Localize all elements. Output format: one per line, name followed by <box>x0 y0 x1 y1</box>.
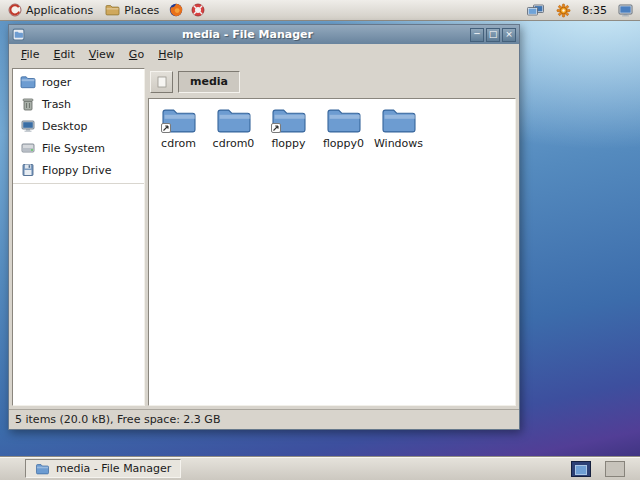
places-menu-label: Places <box>124 4 159 17</box>
file-item-floppy[interactable]: floppy <box>262 106 315 150</box>
file-label: floppy0 <box>323 137 364 150</box>
menu-view[interactable]: View <box>82 46 122 63</box>
display-icon <box>618 4 633 17</box>
applications-menu[interactable]: Applications <box>3 2 98 18</box>
statusbar: 5 items (20.0 kB), Free space: 2.3 GB <box>9 409 519 429</box>
pathbar-left-button[interactable] <box>150 71 173 93</box>
right-pane: media cdrom cdrom0 floppy <box>148 68 516 406</box>
sidebar-item-label: Trash <box>42 98 71 111</box>
taskbar-task-button[interactable]: media - File Manager <box>25 459 181 478</box>
file-label: Windows <box>374 137 423 150</box>
folder-icon <box>326 106 362 134</box>
panel-clock[interactable]: 8:35 <box>580 4 609 17</box>
file-label: floppy <box>271 137 305 150</box>
sidebar-separator <box>13 183 144 184</box>
blank-page-icon <box>157 76 167 88</box>
places-menu[interactable]: Places <box>100 3 164 18</box>
sidebar-item-home[interactable]: roger <box>13 71 144 93</box>
file-manager-window: media - File Manager ─ □ × File Edit Vie… <box>8 24 520 430</box>
sidebar-item-filesystem[interactable]: File System <box>13 137 144 159</box>
file-label: cdrom <box>161 137 196 150</box>
pathbar: media <box>148 68 516 95</box>
file-item-cdrom0[interactable]: cdrom0 <box>207 106 260 150</box>
menu-edit[interactable]: Edit <box>46 46 81 63</box>
folder-icon <box>381 106 417 134</box>
file-label: cdrom0 <box>213 137 255 150</box>
sidebar-item-trash[interactable]: Trash <box>13 93 144 115</box>
menubar: File Edit View Go Help <box>9 44 519 65</box>
folder-icon <box>216 106 252 134</box>
menu-go[interactable]: Go <box>122 46 151 63</box>
help-launcher[interactable] <box>188 2 208 18</box>
symlink-emblem-icon <box>161 123 171 133</box>
sidebar-item-label: Desktop <box>42 120 87 133</box>
updates-tray[interactable] <box>553 2 574 19</box>
applications-menu-label: Applications <box>26 4 93 17</box>
display-settings-tray[interactable] <box>615 3 636 18</box>
symlink-emblem-icon <box>271 123 281 133</box>
menu-help[interactable]: Help <box>151 46 190 63</box>
sidebar-item-desktop[interactable]: Desktop <box>13 115 144 137</box>
gear-icon <box>556 3 571 18</box>
minimize-button[interactable]: ─ <box>470 28 484 42</box>
trash-icon <box>20 96 36 112</box>
workspace-2[interactable] <box>605 461 625 477</box>
taskbar: media - File Manager <box>0 456 640 480</box>
window-menu-icon[interactable] <box>12 28 25 41</box>
file-item-floppy0[interactable]: floppy0 <box>317 106 370 150</box>
pathbar-current-folder-button[interactable]: media <box>178 71 240 93</box>
panel-right-group: 8:35 <box>524 2 640 19</box>
places-folder-icon <box>105 4 120 16</box>
task-folder-icon <box>35 463 50 475</box>
maximize-button[interactable]: □ <box>486 28 500 42</box>
help-icon <box>191 3 205 17</box>
close-button[interactable]: × <box>502 28 516 42</box>
network-monitor-tray[interactable] <box>524 3 547 18</box>
window-content: roger Trash Desktop File System Floppy D… <box>9 65 519 409</box>
task-button-label: media - File Manager <box>56 462 171 475</box>
sidebar-item-floppy-drive[interactable]: Floppy Drive <box>13 159 144 181</box>
floppy-drive-icon <box>20 162 36 178</box>
titlebar[interactable]: media - File Manager ─ □ × <box>9 25 519 44</box>
firefox-icon <box>169 3 183 17</box>
window-title: media - File Manager <box>27 28 468 41</box>
file-item-cdrom[interactable]: cdrom <box>152 106 205 150</box>
menu-file[interactable]: File <box>14 46 46 63</box>
panel-left-group: Applications Places <box>0 2 208 18</box>
sidebar-item-label: Floppy Drive <box>42 164 111 177</box>
sidebar-item-label: roger <box>42 76 71 89</box>
file-view[interactable]: cdrom cdrom0 floppy floppy0 Windo <box>148 98 516 406</box>
shortcuts-sidebar: roger Trash Desktop File System Floppy D… <box>12 68 145 406</box>
browser-launcher[interactable] <box>166 2 186 18</box>
applications-menu-icon <box>8 3 22 17</box>
workspace-1[interactable] <box>571 461 591 477</box>
status-text: 5 items (20.0 kB), Free space: 2.3 GB <box>15 413 220 426</box>
top-panel: Applications Places 8:35 <box>0 0 640 21</box>
workspace-window-thumb <box>575 465 587 475</box>
workspace-pager <box>571 461 640 477</box>
file-item-windows[interactable]: Windows <box>372 106 425 150</box>
home-folder-icon <box>20 75 36 89</box>
sidebar-item-label: File System <box>42 142 105 155</box>
harddrive-icon <box>20 140 36 156</box>
network-monitor-icon <box>527 4 544 17</box>
desktop-icon <box>20 118 36 134</box>
